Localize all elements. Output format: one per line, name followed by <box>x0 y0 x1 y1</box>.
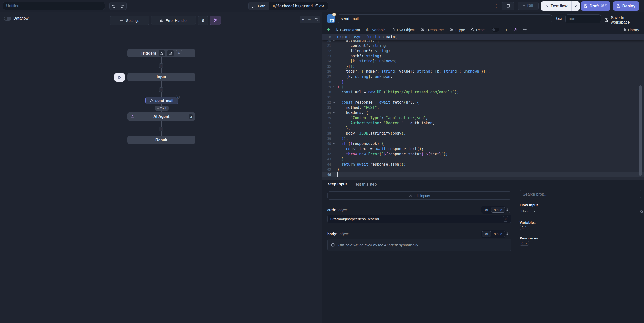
zoom-in-button[interactable]: + <box>302 17 304 22</box>
dollar-icon: $ <box>366 28 368 32</box>
add-trigger-button[interactable]: + <box>176 50 182 57</box>
add-context-var-button[interactable]: $ +Context var <box>336 28 360 32</box>
code-line-37: 37 }, <box>322 126 644 131</box>
tag-input[interactable] <box>566 15 601 23</box>
add-variable-button[interactable]: $ +Variable <box>366 28 386 32</box>
play-outline-icon <box>117 75 122 80</box>
wrench-icon <box>150 99 154 102</box>
flow-path-control[interactable]: Path u/farhadglbs/grand_flow <box>248 2 328 10</box>
redo-icon <box>120 4 124 8</box>
diff-label: Diff <box>528 4 533 8</box>
cube-icon <box>450 28 453 32</box>
editor-toolbar: $ +Context var $ +Variable +S3 Object +R… <box>322 26 644 34</box>
test-flow-split-button: Test flow <box>541 2 580 11</box>
dataflow-label: Dataflow <box>13 16 28 21</box>
step-header: TS tag Save to workspace <box>322 12 644 26</box>
node-send-mail[interactable]: send_mail <box>145 97 178 104</box>
toggle-knob <box>4 17 7 20</box>
send-mail-label: send_mail <box>156 99 173 103</box>
add-tool-button[interactable]: + Tool <box>155 106 169 111</box>
reset-code-button[interactable]: Reset <box>471 28 486 32</box>
webhook-icon[interactable] <box>158 50 165 57</box>
flow-title-input[interactable] <box>3 2 105 10</box>
editor-settings-icon[interactable] <box>523 28 527 32</box>
draft-button[interactable]: Draft ⌘S <box>581 2 610 11</box>
search-prop-input[interactable] <box>520 190 641 198</box>
body-expression-button[interactable] <box>504 231 510 237</box>
body-mode-ai[interactable]: AI <box>482 231 491 237</box>
dollar-button[interactable]: $ <box>198 16 208 25</box>
flow-edge <box>161 57 162 136</box>
auth-mode-toggle: AI static <box>482 206 506 214</box>
redo-button[interactable] <box>118 2 127 10</box>
plus-minus-icon[interactable]: ± <box>505 28 507 32</box>
tab-test-this-step[interactable]: Test this step <box>354 180 377 189</box>
auth-expression-button[interactable] <box>504 207 510 213</box>
node-result[interactable]: Result <box>128 136 196 144</box>
email-trigger-icon[interactable] <box>167 50 174 57</box>
diff-mode-toggle[interactable] <box>492 28 500 32</box>
add-type-button[interactable]: +Type <box>450 28 465 32</box>
step-tabs: Step Input Test this step <box>322 180 644 189</box>
deploy-button[interactable]: Deploy <box>613 2 639 11</box>
fit-view-button[interactable] <box>314 18 318 21</box>
save-to-workspace-button[interactable]: Save to workspace <box>605 16 644 25</box>
node-ai-agent[interactable]: AI Agent a <box>128 113 196 121</box>
remove-tool-button[interactable]: × <box>176 95 180 99</box>
more-options-button[interactable]: ⋮ <box>494 3 499 8</box>
book-icon <box>506 4 510 8</box>
draft-label: Draft <box>590 4 598 8</box>
body-mode-static[interactable]: static <box>491 231 505 237</box>
flow-settings-button[interactable]: Settings <box>110 16 149 25</box>
flow-canvas[interactable]: Dataflow Settings Error Handler $ + − Tr… <box>0 12 322 323</box>
path-label-segment: Path <box>249 2 269 10</box>
resources-expand-badge[interactable]: {...} <box>520 241 529 246</box>
undo-button[interactable] <box>109 2 118 10</box>
diff-button[interactable]: ± Diff <box>518 2 539 10</box>
auth-mode-ai[interactable]: AI <box>482 207 491 213</box>
clear-auth-button[interactable]: × <box>503 216 508 222</box>
auth-resource-input[interactable]: u/farhadglbs/peerless_resend × <box>327 215 512 223</box>
library-button[interactable]: Library <box>622 28 639 32</box>
test-flow-label: Test flow <box>551 4 568 8</box>
node-triggers[interactable]: Triggers + <box>128 49 196 57</box>
bug-icon <box>159 19 163 22</box>
save-icon <box>617 4 620 8</box>
add-step-button[interactable]: + <box>159 127 163 131</box>
robot-icon <box>130 114 134 119</box>
code-editor[interactable]: 8export async function main( 20 attachme… <box>322 34 644 180</box>
editor-scrollbar[interactable] <box>639 86 642 176</box>
pencil-icon <box>252 5 256 8</box>
test-flow-dropdown[interactable] <box>571 2 580 11</box>
code-line-36: 36 Authorization: "Bearer " + auth.token… <box>322 120 644 126</box>
zoom-out-button[interactable]: − <box>308 17 311 22</box>
body-field-label: body* object <box>327 232 349 236</box>
add-step-button[interactable]: + <box>159 88 163 92</box>
node-input[interactable]: Input <box>128 73 196 81</box>
code-line-24: 24 [k: string]: unknown; <box>322 59 644 64</box>
flow-settings-label: Settings <box>126 19 139 23</box>
add-resource-button[interactable]: +Resource <box>420 28 444 32</box>
code-line-44: 44 return await response.json(); <box>322 162 644 167</box>
docs-button[interactable] <box>502 2 514 10</box>
ai-wand-button[interactable] <box>210 16 221 25</box>
search-icon[interactable] <box>638 208 644 215</box>
sticky-code-line: 8export async function main( <box>322 34 644 40</box>
fill-inputs-button[interactable]: Fill inputs <box>327 191 512 200</box>
auth-mode-static[interactable]: static <box>491 207 505 213</box>
error-handler-button[interactable]: Error Handler <box>151 16 196 25</box>
run-from-input-button[interactable] <box>114 73 125 82</box>
add-s3-object-button[interactable]: +S3 Object <box>391 28 415 32</box>
tab-step-input[interactable]: Step Input <box>328 180 347 189</box>
ai-agent-label: AI Agent <box>154 114 170 119</box>
test-flow-button[interactable]: Test flow <box>541 2 571 11</box>
add-step-button[interactable]: + <box>159 63 163 68</box>
ai-assist-icon[interactable] <box>513 28 517 32</box>
dataflow-toggle[interactable] <box>4 17 11 21</box>
bun-runtime-icon <box>332 13 336 17</box>
undo-icon <box>112 4 116 8</box>
step-name-input[interactable] <box>338 15 552 23</box>
variables-expand-badge[interactable]: {...} <box>520 225 529 230</box>
dollar-icon: $ <box>202 19 204 23</box>
chevron-down-icon <box>574 5 577 8</box>
